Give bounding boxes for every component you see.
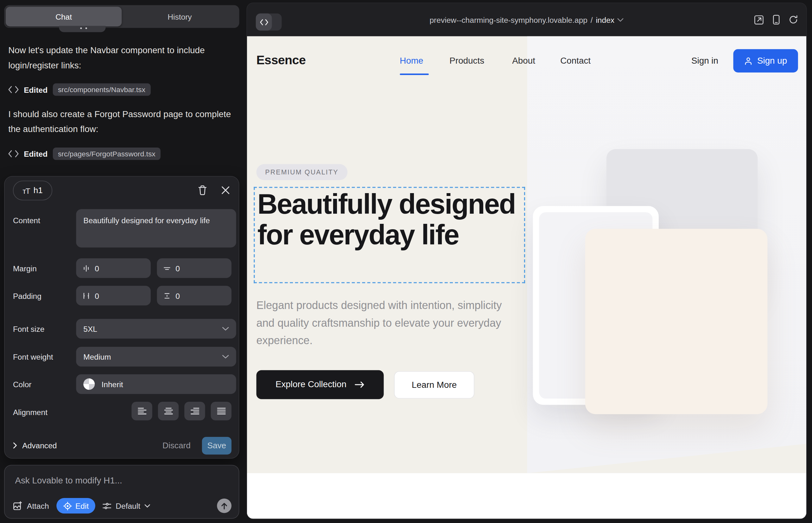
margin-label: Margin	[13, 264, 37, 273]
nav-link-products[interactable]: Products	[449, 56, 484, 67]
element-editor-panel: тT h1 Content Beautifully designed for e…	[4, 176, 239, 459]
app-window: Chat History Now let's update the Navbar…	[0, 0, 812, 523]
code-icon	[8, 150, 19, 157]
premium-quality-badge: PREMIUM QUALITY	[256, 164, 347, 180]
sliders-icon	[103, 502, 111, 510]
url-separator: /	[590, 15, 593, 24]
nav-link-about[interactable]: About	[512, 56, 535, 67]
edited-label: Edited	[24, 149, 48, 158]
composer-input[interactable]: Ask Lovable to modify H1...	[15, 476, 122, 486]
align-left-button[interactable]	[131, 402, 152, 420]
explore-collection-button[interactable]: Explore Collection	[256, 370, 384, 399]
transparent-color-swatch	[83, 378, 95, 390]
edit-mode-button[interactable]: Edit	[56, 498, 95, 513]
browser-actions	[754, 3, 798, 36]
user-icon	[744, 57, 753, 65]
code-view-toggle[interactable]	[256, 14, 282, 31]
chevron-down-icon	[618, 18, 624, 21]
chevron-down-icon	[144, 504, 150, 507]
font-size-select[interactable]: 5XL	[76, 319, 236, 339]
hero-decoration-cream-card	[585, 229, 768, 414]
chevron-down-icon	[222, 327, 229, 331]
url-breadcrumb[interactable]: preview--charming-site-symphony.lovable.…	[371, 3, 682, 36]
arrow-up-icon	[221, 502, 228, 510]
element-tag-chip[interactable]: тT h1	[13, 181, 52, 200]
chevron-right-icon	[13, 442, 17, 449]
attach-image-icon	[13, 501, 23, 511]
color-select[interactable]: Inherit	[76, 374, 236, 394]
preview-pane: preview--charming-site-symphony.lovable.…	[247, 3, 806, 519]
arrow-right-icon	[355, 381, 365, 389]
advanced-toggle[interactable]: Advanced	[13, 441, 57, 450]
margin-x-input[interactable]: 0	[76, 258, 151, 278]
close-panel-button[interactable]	[219, 184, 231, 196]
mode-select[interactable]: Default	[103, 502, 150, 510]
edited-file-row: Edited src/components/Navbar.tsx	[8, 82, 151, 97]
padding-y-input[interactable]: 0	[157, 286, 231, 306]
send-button[interactable]	[217, 499, 231, 513]
color-label: Color	[13, 380, 32, 389]
margin-y-input[interactable]: 0	[157, 258, 231, 278]
edited-label: Edited	[24, 85, 48, 94]
panel-footer: Advanced Discard Save	[5, 432, 240, 459]
font-weight-label: Font weight	[13, 353, 53, 362]
code-icon	[8, 86, 19, 93]
padding-horizontal-icon	[82, 292, 90, 300]
align-right-button[interactable]	[184, 402, 205, 420]
assistant-message: Now let's update the Navbar component to…	[8, 43, 231, 73]
hero-subtext: Elegant products designed with intention…	[256, 296, 508, 350]
assistant-message: I should also create a Forgot Password p…	[8, 107, 231, 137]
element-tag-label: h1	[34, 186, 43, 195]
margin-horizontal-icon	[82, 264, 90, 272]
hero-headline[interactable]: Beautifully designed for everyday life	[258, 189, 519, 250]
text-type-icon: тT	[22, 186, 30, 195]
sign-up-button[interactable]: Sign up	[733, 49, 798, 72]
chevron-down-icon	[222, 355, 229, 359]
url-host: preview--charming-site-symphony.lovable.…	[429, 15, 587, 24]
learn-more-button[interactable]: Learn More	[394, 371, 474, 399]
margin-vertical-icon	[163, 264, 171, 272]
refresh-icon[interactable]	[789, 15, 798, 24]
chat-history-tabbar: Chat History	[4, 5, 239, 28]
active-nav-underline	[400, 73, 429, 75]
composer-toolbar: Attach Edit Default	[5, 497, 240, 515]
edited-file-badge[interactable]: src/pages/ForgotPassword.tsx	[53, 147, 161, 160]
discard-button[interactable]: Discard	[162, 441, 191, 450]
align-justify-button[interactable]	[211, 402, 231, 420]
target-icon	[63, 502, 72, 510]
edited-file-badge[interactable]: src/components/Navbar.tsx	[53, 83, 151, 96]
align-center-button[interactable]	[158, 402, 179, 420]
mobile-view-icon[interactable]	[773, 15, 780, 25]
nav-link-contact[interactable]: Contact	[560, 56, 590, 67]
chat-composer[interactable]: Ask Lovable to modify H1... Attach Edit …	[4, 465, 239, 519]
nav-link-home[interactable]: Home	[400, 56, 423, 67]
attach-button[interactable]: Attach	[13, 501, 49, 511]
font-size-label: Font size	[13, 325, 45, 333]
code-icon	[256, 14, 272, 31]
site-logo[interactable]: Essence	[256, 53, 306, 68]
content-label: Content	[13, 216, 40, 225]
site-viewport: Essence Home Products About Contact Sign…	[247, 36, 806, 519]
padding-vertical-icon	[163, 292, 171, 300]
site-navbar: Essence Home Products About Contact Sign…	[247, 36, 806, 87]
section-below-hero	[247, 473, 806, 519]
scrolled-badge-partial	[59, 26, 105, 32]
url-page: index	[596, 15, 614, 24]
content-input[interactable]: Beautifully designed for everyday life	[76, 209, 236, 248]
alignment-label: Alignment	[13, 408, 48, 417]
open-external-icon[interactable]	[754, 15, 764, 25]
sign-in-link[interactable]: Sign in	[691, 56, 718, 67]
padding-label: Padding	[13, 292, 41, 301]
delete-element-button[interactable]	[196, 184, 209, 196]
font-weight-select[interactable]: Medium	[76, 347, 236, 366]
edited-file-row: Edited src/pages/ForgotPassword.tsx	[8, 147, 161, 161]
tab-chat[interactable]: Chat	[6, 7, 122, 26]
padding-x-input[interactable]: 0	[76, 286, 151, 306]
save-button[interactable]: Save	[202, 437, 231, 454]
tab-history[interactable]: History	[122, 7, 237, 26]
